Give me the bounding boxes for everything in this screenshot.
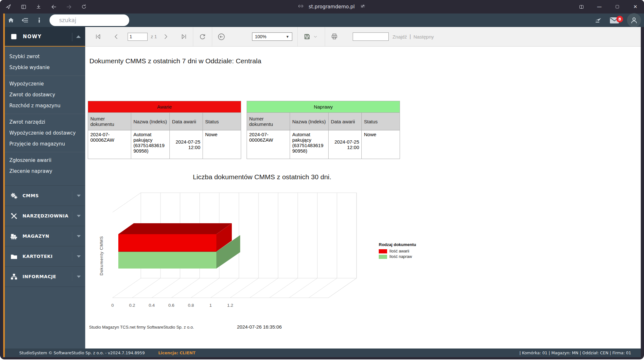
divider <box>72 212 72 220</box>
table-cell: Automat pakujący (6375148361990958) <box>290 130 329 159</box>
link-icon <box>298 3 304 10</box>
zoom-select[interactable]: 100% ▼ <box>252 32 292 41</box>
sidebar-section-label: INFORMACJE <box>23 274 56 279</box>
first-page-icon[interactable] <box>94 32 103 41</box>
refresh-report-icon[interactable] <box>198 32 207 41</box>
cmms-3d-bar-chart: 00.20.40.60.811.2Dokumenty CMMS <box>96 187 386 315</box>
browser-titlebar: st.programdemo.pl — ✕ <box>0 0 644 13</box>
table-cell: 2024-07-00006ZAW <box>88 130 131 159</box>
split-screen-icon[interactable] <box>577 3 585 11</box>
sitemap-icon <box>10 273 18 280</box>
sidebar-item[interactable]: Zwrot do dostawcy <box>5 89 85 100</box>
legend-item: Ilość awarii <box>379 249 416 253</box>
mail-icon[interactable]: 8 <box>610 16 619 24</box>
legend-swatch <box>379 255 387 259</box>
divider <box>212 27 212 46</box>
column-header: Status <box>203 113 241 130</box>
sidebar-item[interactable]: Rozchód z magazynu <box>5 100 85 111</box>
sidebar-section-magazyn[interactable]: MAGAZYN <box>5 226 85 246</box>
sidebar-item[interactable]: Zwrot narzędzi <box>5 117 85 128</box>
save-dropdown-icon[interactable] <box>311 32 320 41</box>
report-toolbar: z 1 100% ▼ <box>85 27 641 47</box>
find-button[interactable]: Znajdź <box>393 34 407 40</box>
find-input[interactable] <box>353 32 389 41</box>
sidebar-section-narzędziownia[interactable]: NARZĘDZIOWNIA <box>5 206 85 226</box>
chevron-down-icon[interactable] <box>77 195 81 197</box>
chevron-down-icon[interactable] <box>77 215 81 217</box>
minimize-icon[interactable]: — <box>595 3 603 11</box>
chevron-up-icon[interactable] <box>76 35 81 38</box>
chevron-down-icon[interactable] <box>77 276 81 278</box>
downloads-icon[interactable] <box>35 4 42 10</box>
divider <box>72 33 72 41</box>
sidebar-section-informacje[interactable]: INFORMACJE <box>5 266 85 287</box>
back-icon[interactable] <box>50 4 57 10</box>
sidebar-item[interactable]: Przyjęcie do magazynu <box>5 138 85 149</box>
search-input[interactable] <box>59 17 130 23</box>
home-icon[interactable] <box>7 16 15 24</box>
maximize-icon[interactable] <box>613 3 621 11</box>
collapse-menu-icon[interactable] <box>21 16 29 24</box>
last-page-icon[interactable] <box>179 32 188 41</box>
chart-title: Liczba dokumentów CMMS z ostatnich 30 dn… <box>133 173 391 181</box>
sidebar-item[interactable]: Zgłoszenie awarii <box>5 155 85 166</box>
folder-icon <box>10 252 18 260</box>
chevron-down-icon[interactable] <box>77 235 81 237</box>
zoom-value: 100% <box>255 34 267 39</box>
sidebar-section-label: CMMS <box>23 193 39 198</box>
sidebar-item[interactable]: Wypożyczenie od dostawcy <box>5 128 85 138</box>
forward-icon[interactable] <box>66 4 72 10</box>
address-bar[interactable]: st.programdemo.pl <box>298 0 366 13</box>
table-cell: Automat pakujący (6375148361990958) <box>131 130 170 159</box>
print-icon[interactable] <box>330 32 339 41</box>
reading-list-icon[interactable] <box>20 4 27 10</box>
send-icon[interactable] <box>594 16 602 24</box>
divider <box>72 191 72 200</box>
info-icon[interactable] <box>35 16 43 24</box>
table-cell: Nowe <box>203 130 241 159</box>
content-area: z 1 100% ▼ <box>85 27 641 349</box>
chevron-down-icon[interactable] <box>77 255 81 258</box>
close-icon[interactable]: ✕ <box>631 3 639 11</box>
plus-square-icon <box>10 33 18 40</box>
table-row: 2024-07-00006ZAWAutomat pakujący (637514… <box>88 130 241 159</box>
sidebar: NOWY Szybki zwrotSzybkie wydanieWypożycz… <box>5 27 85 349</box>
next-page-icon[interactable] <box>161 32 170 41</box>
sidebar-item[interactable]: Szybkie wydanie <box>5 62 85 73</box>
legend-label: Ilość napraw <box>389 254 412 259</box>
prev-page-icon[interactable] <box>112 32 121 41</box>
sidebar-item[interactable]: Szybki zwrot <box>5 51 85 62</box>
divider <box>193 27 193 46</box>
chart-legend: Rodzaj dokumentu Ilość awariiIlość napra… <box>379 242 416 260</box>
status-bar: StudioSystem © SoftwareStudio Sp. z o.o.… <box>5 349 641 357</box>
find-next-button[interactable]: Następny <box>413 34 434 40</box>
column-header: Data awarii <box>170 113 203 130</box>
svg-text:0.8: 0.8 <box>188 303 194 308</box>
sidebar-item[interactable]: Wypożyczenie <box>5 78 85 89</box>
app-header-left <box>7 13 129 27</box>
back-to-parent-icon[interactable] <box>217 32 226 41</box>
refresh-icon[interactable] <box>81 4 87 10</box>
divider: | <box>410 34 411 40</box>
global-search <box>50 14 129 26</box>
user-icon[interactable] <box>627 13 641 27</box>
browser-window: st.programdemo.pl — ✕ <box>0 0 644 359</box>
report-page: Dokumenty CMMS z ostatnich 7 dni w Oddzi… <box>85 47 641 349</box>
page-number-input[interactable] <box>128 33 148 41</box>
sidebar-item[interactable]: Zlecenie naprawy <box>5 166 85 177</box>
chevron-down-icon: ▼ <box>286 35 289 39</box>
app-logo-icon[interactable] <box>5 4 12 10</box>
svg-text:0: 0 <box>111 303 114 308</box>
column-header: Numer dokumentu <box>88 113 131 130</box>
save-icon[interactable] <box>303 32 311 41</box>
sidebar-section-label: NARZĘDZIOWNIA <box>23 213 68 218</box>
table-cell: 2024-07-25 12:00 <box>170 130 203 159</box>
tune-icon[interactable] <box>360 3 366 10</box>
status-version: StudioSystem © SoftwareStudio Sp. z o.o.… <box>19 350 145 355</box>
browser-nav-group <box>5 0 87 13</box>
sidebar-section-nowy[interactable]: NOWY <box>5 27 85 47</box>
sidebar-section-cmms[interactable]: CMMS <box>5 185 85 206</box>
table-cell: Nowe <box>362 130 400 159</box>
sidebar-section-label: KARTOTEKI <box>23 254 53 259</box>
sidebar-section-kartoteki[interactable]: KARTOTEKI <box>5 246 85 266</box>
